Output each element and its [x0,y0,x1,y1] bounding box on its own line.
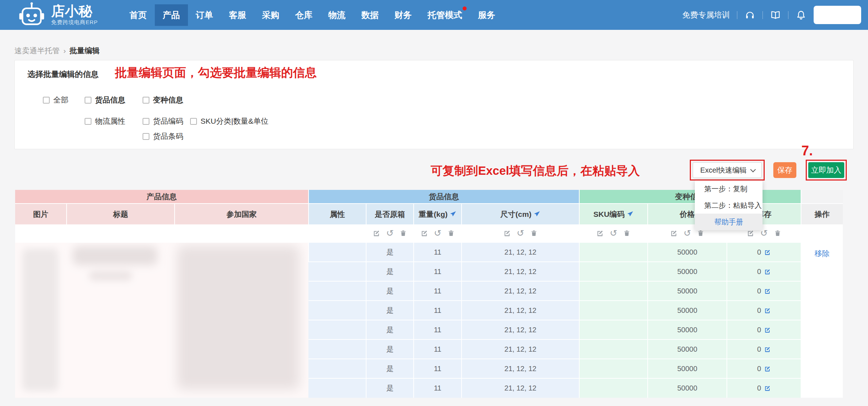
tools-cell-empty [175,224,309,242]
add-now-button[interactable]: 立即加入 [808,162,844,178]
bell-icon[interactable] [796,10,806,20]
checkbox-row-2: 物流属性 货品编码 SKU分类|数量&单位 [15,116,853,126]
edit-icon[interactable] [596,229,604,237]
nav-item-logistics[interactable]: 物流 [320,4,354,26]
edit-icon[interactable] [764,346,771,353]
checkbox-all[interactable]: 全部 [43,95,68,105]
cell-original-box: 是 [366,320,414,339]
cell-weight: 11 [414,301,462,320]
cell-stock: 0 [727,262,801,281]
tools-cell-empty [801,224,843,242]
cell-sku [579,359,648,378]
excel-dropdown-menu: 第一步：复制 第二步：粘贴导入 帮助手册 [695,181,763,230]
save-button[interactable]: 保存 [773,162,796,178]
edit-icon[interactable] [420,229,428,237]
cell-original-box: 是 [366,339,414,359]
checkbox-goods-barcode-label: 货品条码 [153,131,183,141]
checkbox-variant-info-label: 变种信息 [153,95,183,105]
group-header-goods-info: 货品信息 [309,190,579,204]
table-row: 是 11 21, 12, 12 50000 0 移除 [15,242,843,262]
dropdown-item-paste-import[interactable]: 第二步：粘贴导入 [695,197,763,214]
training-link[interactable]: 免费专属培训 [682,10,730,20]
checkbox-goods-code-box[interactable] [143,118,149,125]
edit-icon[interactable] [764,327,771,333]
undo-icon[interactable]: ↺ [610,229,617,237]
cell-attr [309,378,366,398]
checkbox-sku-class-box[interactable] [190,118,197,125]
edit-icon[interactable] [764,365,771,372]
app-logo[interactable]: 店小秘 免费跨境电商ERP [0,1,98,29]
trash-icon[interactable] [447,229,455,237]
nav-item-finance[interactable]: 财务 [387,4,420,26]
undo-icon[interactable]: ↺ [386,229,394,237]
cell-size: 21, 12, 12 [462,378,579,398]
checkbox-goods-barcode[interactable]: 货品条码 [143,131,183,141]
stock-value: 0 [757,384,761,392]
headset-icon[interactable] [745,10,755,20]
edit-icon[interactable] [503,229,511,237]
nav-item-purchasing[interactable]: 采购 [254,4,287,26]
send-icon[interactable] [450,211,457,218]
cell-weight: 11 [414,281,462,301]
stock-value: 0 [757,287,761,295]
checkbox-row-3: 货品条码 [15,131,853,141]
nav-item-products[interactable]: 产品 [155,4,188,26]
edit-icon[interactable] [670,229,678,237]
page: 店小秘 免费跨境电商ERP 首页 产品 订单 客服 采购 仓库 物流 数据 财务… [0,0,868,406]
remove-link[interactable]: 移除 [815,249,830,257]
checkbox-goods-info-box[interactable] [85,97,91,104]
checkbox-goods-info[interactable]: 货品信息 [85,95,125,105]
undo-icon[interactable]: ↺ [517,229,524,237]
user-avatar-box[interactable] [814,6,861,24]
checkbox-sku-class[interactable]: SKU分类|数量&单位 [190,116,269,126]
cell-size: 21, 12, 12 [462,320,579,339]
send-icon[interactable] [627,211,634,218]
nav-item-customer-service[interactable]: 客服 [221,4,254,26]
trash-icon[interactable] [623,229,631,237]
send-icon[interactable] [534,211,540,218]
edit-icon[interactable] [764,249,771,256]
breadcrumb-parent[interactable]: 速卖通半托管 [14,46,60,56]
nav-item-home[interactable]: 首页 [122,4,155,26]
edit-icon[interactable] [764,307,771,314]
dropdown-item-help-manual[interactable]: 帮助手册 [695,214,763,230]
trash-icon[interactable] [774,229,782,237]
cell-size: 21, 12, 12 [462,301,579,320]
trash-icon[interactable] [399,229,407,237]
excel-quick-edit-button[interactable]: Excel快速编辑 [693,162,762,178]
cell-weight: 11 [414,378,462,398]
edit-icon[interactable] [764,288,771,295]
cell-price: 50000 [648,378,727,398]
cell-attr [309,320,366,339]
nav-item-orders[interactable]: 订单 [188,4,221,26]
edit-icon[interactable] [764,385,771,392]
edit-icon[interactable] [747,229,755,237]
nav-item-managed-mode-label: 托管模式 [428,10,462,20]
cell-size: 21, 12, 12 [462,359,579,378]
col-header-weight-label: 重量(kg) [419,209,448,219]
checkbox-variant-info-box[interactable] [143,97,149,104]
edit-icon[interactable] [373,229,381,237]
checkbox-goods-barcode-box[interactable] [143,133,149,140]
checkbox-variant-info[interactable]: 变种信息 [143,95,183,105]
nav-item-data[interactable]: 数据 [354,4,387,26]
nav-item-managed-mode[interactable]: 托管模式 [420,4,470,26]
dropdown-item-copy[interactable]: 第一步：复制 [695,181,763,197]
top-navbar: 店小秘 免费跨境电商ERP 首页 产品 订单 客服 采购 仓库 物流 数据 财务… [0,0,868,30]
checkbox-logistics-attr[interactable]: 物流属性 [85,116,125,126]
undo-icon[interactable]: ↺ [760,229,768,237]
cell-stock: 0 [727,339,801,359]
checkbox-logistics-attr-box[interactable] [85,118,91,125]
edit-icon[interactable] [764,268,771,275]
checkbox-all-box[interactable] [43,97,50,104]
nav-item-services[interactable]: 服务 [470,4,503,26]
trash-icon[interactable] [530,229,538,237]
annotation-select-info: 批量编辑页面，勾选要批量编辑的信息 [115,65,317,81]
checkbox-goods-code[interactable]: 货品编码 [143,116,183,126]
cell-size: 21, 12, 12 [462,262,579,281]
trash-icon[interactable] [697,229,705,237]
undo-icon[interactable]: ↺ [684,229,691,237]
undo-icon[interactable]: ↺ [434,229,441,237]
nav-item-warehouse[interactable]: 仓库 [287,4,320,26]
book-icon[interactable] [770,10,781,20]
